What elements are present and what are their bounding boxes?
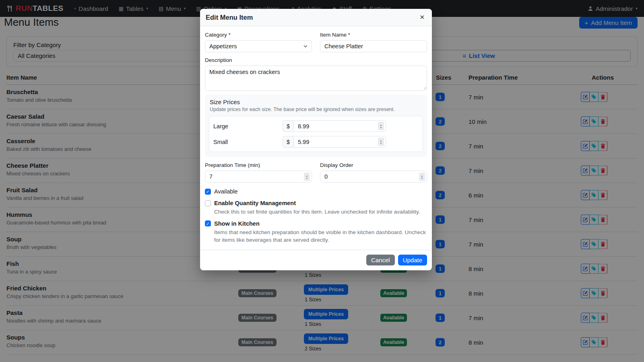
modal-title: Edit Menu Item	[206, 14, 253, 21]
size-prices-title: Size Prices	[210, 99, 423, 105]
show-in-kitchen-label: Show in Kitchen	[214, 220, 260, 227]
item-name-field-wrap	[320, 40, 427, 52]
item-name-label: Item Name *	[320, 32, 427, 38]
size-label-large: Large	[213, 123, 283, 130]
description-field[interactable]	[205, 66, 427, 91]
update-button[interactable]: Update	[398, 255, 427, 265]
currency-prefix: $	[283, 120, 293, 132]
modal-header: Edit Menu Item ✕	[200, 9, 432, 26]
size-prices-card: Large $ ▴▾ Small $	[209, 116, 423, 152]
size-prices-subtitle: Update prices for each size. The base pr…	[210, 107, 423, 112]
prep-time-label: Preparation Time (min)	[205, 162, 312, 168]
small-price-field[interactable]	[298, 139, 382, 145]
size-label-small: Small	[213, 139, 283, 145]
large-price-wrap: ▴▾	[293, 120, 386, 132]
display-order-wrap: ▴▾	[320, 171, 427, 183]
check-icon: ✓	[206, 221, 210, 226]
small-price-wrap: ▴▾	[293, 136, 386, 148]
quantity-management-help: Check this to set finite quantities for …	[214, 208, 427, 216]
modal-footer: Cancel Update	[200, 250, 432, 270]
check-icon: ✓	[206, 189, 210, 194]
edit-menu-item-modal: Edit Menu Item ✕ Category * Appetizers I…	[200, 9, 432, 270]
show-in-kitchen-help: Items that need kitchen preparation shou…	[214, 228, 427, 244]
quantity-management-checkbox[interactable]	[205, 200, 211, 206]
number-spinner[interactable]: ▴▾	[378, 138, 384, 146]
available-label: Available	[214, 188, 238, 195]
cancel-button[interactable]: Cancel	[366, 255, 395, 265]
category-label: Category *	[205, 32, 312, 38]
chevron-down-icon	[303, 45, 308, 47]
close-icon[interactable]: ✕	[418, 13, 426, 22]
available-checkbox[interactable]: ✓	[205, 189, 211, 195]
display-order-label: Display Order	[320, 162, 427, 168]
number-spinner[interactable]: ▴▾	[378, 122, 384, 130]
category-select[interactable]: Appetizers	[205, 40, 312, 52]
display-order-field[interactable]	[324, 173, 417, 180]
item-name-field[interactable]	[324, 43, 423, 49]
number-spinner[interactable]: ▴▾	[419, 173, 425, 181]
currency-prefix: $	[283, 136, 293, 148]
size-prices-section: Size Prices Update prices for each size.…	[205, 95, 427, 157]
screen: RUNTABLES ◔ Dashboard ▦ Tables ▾ ▤ Menu …	[0, 0, 644, 362]
prep-time-wrap: ▴▾	[205, 171, 312, 183]
show-in-kitchen-checkbox[interactable]: ✓	[205, 220, 211, 226]
number-spinner[interactable]: ▴▾	[304, 173, 310, 181]
prep-time-field[interactable]	[209, 173, 302, 180]
description-label: Description	[205, 57, 427, 63]
large-price-field[interactable]	[298, 123, 382, 130]
quantity-management-label: Enable Quantity Management	[214, 200, 296, 206]
